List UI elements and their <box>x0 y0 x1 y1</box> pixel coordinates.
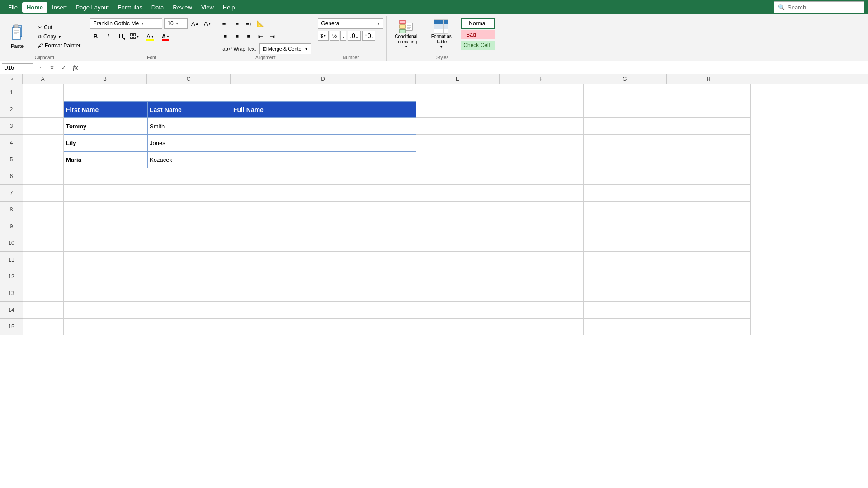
col-header-d[interactable]: D <box>231 74 416 84</box>
cell-e14[interactable] <box>416 302 500 319</box>
cell-a7[interactable] <box>23 185 64 202</box>
underline-button[interactable]: U ▼ <box>115 31 126 42</box>
cell-f8[interactable] <box>500 202 584 218</box>
cell-d15[interactable] <box>231 319 416 335</box>
row-header-12[interactable]: 12 <box>0 268 23 285</box>
cell-f7[interactable] <box>500 185 584 202</box>
cell-c8[interactable] <box>147 202 231 218</box>
cell-g7[interactable] <box>584 185 667 202</box>
row-header-11[interactable]: 11 <box>0 252 23 268</box>
merge-arrow[interactable]: ▼ <box>304 47 308 51</box>
cell-b8[interactable] <box>64 202 147 218</box>
cell-f12[interactable] <box>500 268 584 285</box>
number-format-dropdown[interactable]: General ▼ <box>318 18 383 29</box>
cell-a6[interactable] <box>23 168 64 185</box>
cell-f4[interactable] <box>500 135 584 151</box>
cell-h11[interactable] <box>667 252 751 268</box>
cell-g4[interactable] <box>584 135 667 151</box>
col-header-b[interactable]: B <box>63 74 147 84</box>
menu-data[interactable]: Data <box>147 2 168 13</box>
cell-h3[interactable] <box>667 118 751 135</box>
row-header-9[interactable]: 9 <box>0 218 23 235</box>
cell-d13[interactable] <box>231 285 416 302</box>
cell-h4[interactable] <box>667 135 751 151</box>
align-top-button[interactable]: ≡↑ <box>220 18 231 29</box>
cell-e4[interactable] <box>416 135 500 151</box>
row-header-4[interactable]: 4 <box>0 135 23 151</box>
row-header-2[interactable]: 2 <box>0 101 23 118</box>
cell-f2[interactable] <box>500 101 584 118</box>
cell-d14[interactable] <box>231 302 416 319</box>
cell-f5[interactable] <box>500 151 584 168</box>
paste-button[interactable]: Paste <box>5 22 29 51</box>
cell-h15[interactable] <box>667 319 751 335</box>
cell-g13[interactable] <box>584 285 667 302</box>
cell-b5[interactable]: Maria <box>64 151 147 168</box>
cell-g14[interactable] <box>584 302 667 319</box>
font-name-dropdown[interactable]: Franklin Gothic Me ▼ <box>90 18 162 29</box>
cell-b9[interactable] <box>64 218 147 235</box>
menu-review[interactable]: Review <box>168 2 197 13</box>
align-middle-button[interactable]: ≡ <box>231 18 242 29</box>
cell-c11[interactable] <box>147 252 231 268</box>
font-color-button[interactable]: A ▼ <box>159 31 172 42</box>
accounting-button[interactable]: $▼ <box>318 31 329 41</box>
copy-button[interactable]: ⧉ Copy ▼ <box>35 33 83 41</box>
decrease-font-button[interactable]: A▼ <box>202 18 213 29</box>
cell-d4[interactable] <box>231 135 416 151</box>
row-header-14[interactable]: 14 <box>0 302 23 319</box>
cell-g12[interactable] <box>584 268 667 285</box>
cell-a3[interactable] <box>23 118 64 135</box>
cell-e12[interactable] <box>416 268 500 285</box>
row-header-15[interactable]: 15 <box>0 319 23 335</box>
cell-g6[interactable] <box>584 168 667 185</box>
wrap-text-button[interactable]: ab↵ Wrap Text <box>220 45 258 53</box>
menu-page-layout[interactable]: Page Layout <box>71 2 113 13</box>
text-direction-button[interactable]: 📐 <box>255 18 266 29</box>
cell-h8[interactable] <box>667 202 751 218</box>
cell-e7[interactable] <box>416 185 500 202</box>
cut-button[interactable]: ✂ Cut <box>35 23 83 32</box>
col-header-e[interactable]: E <box>416 74 500 84</box>
cell-g9[interactable] <box>584 218 667 235</box>
cell-g10[interactable] <box>584 235 667 252</box>
cell-d1[interactable] <box>231 84 416 101</box>
cell-h7[interactable] <box>667 185 751 202</box>
cell-e5[interactable] <box>416 151 500 168</box>
cell-c15[interactable] <box>147 319 231 335</box>
cell-c14[interactable] <box>147 302 231 319</box>
col-header-g[interactable]: G <box>583 74 667 84</box>
bad-style-button[interactable]: Bad <box>461 30 495 39</box>
cell-c4[interactable]: Jones <box>147 135 231 151</box>
cell-a5[interactable] <box>23 151 64 168</box>
cell-h9[interactable] <box>667 218 751 235</box>
cancel-formula-button[interactable]: ✕ <box>47 63 57 73</box>
cell-a14[interactable] <box>23 302 64 319</box>
cell-f6[interactable] <box>500 168 584 185</box>
menu-formulas[interactable]: Formulas <box>113 2 147 13</box>
cell-e6[interactable] <box>416 168 500 185</box>
cell-h10[interactable] <box>667 235 751 252</box>
format-table-arrow[interactable]: ▼ <box>439 45 443 49</box>
cell-a8[interactable] <box>23 202 64 218</box>
cell-a12[interactable] <box>23 268 64 285</box>
copy-dropdown-arrow[interactable]: ▼ <box>58 35 61 39</box>
cell-e9[interactable] <box>416 218 500 235</box>
decrease-decimal-button[interactable]: .0↓ <box>348 31 361 41</box>
cell-e15[interactable] <box>416 319 500 335</box>
check-cell-style-button[interactable]: Check Cell <box>461 41 495 50</box>
cell-a1[interactable] <box>23 84 64 101</box>
cell-e8[interactable] <box>416 202 500 218</box>
cell-a13[interactable] <box>23 285 64 302</box>
row-header-1[interactable]: 1 <box>0 84 23 101</box>
cell-f1[interactable] <box>500 84 584 101</box>
cell-e3[interactable] <box>416 118 500 135</box>
cell-f14[interactable] <box>500 302 584 319</box>
cell-b13[interactable] <box>64 285 147 302</box>
border-arrow[interactable]: ▼ <box>136 35 139 38</box>
cell-b12[interactable] <box>64 268 147 285</box>
cell-c7[interactable] <box>147 185 231 202</box>
row-header-10[interactable]: 10 <box>0 235 23 252</box>
cell-d5[interactable] <box>231 151 416 168</box>
cell-c12[interactable] <box>147 268 231 285</box>
